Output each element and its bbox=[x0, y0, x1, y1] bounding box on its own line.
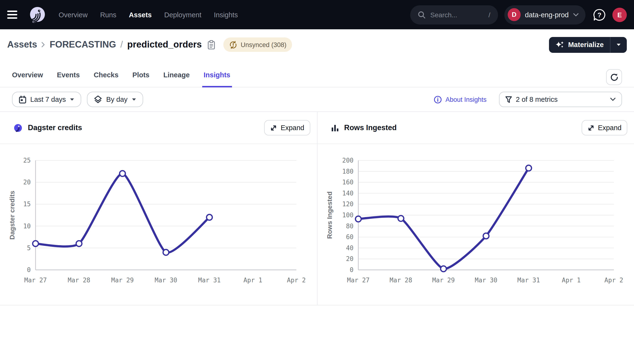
svg-text:0: 0 bbox=[350, 266, 353, 274]
nav-item-overview[interactable]: Overview bbox=[58, 11, 88, 18]
chart-panel-dagster-credits: Dagster credits Expand 0510152025Mar 27M… bbox=[0, 112, 317, 305]
granularity-label: By day bbox=[106, 96, 128, 103]
materialize-split-button: Materialize bbox=[549, 37, 627, 52]
chart-title: Rows Ingested bbox=[344, 124, 397, 132]
tab-plots[interactable]: Plots bbox=[132, 71, 149, 87]
svg-text:5: 5 bbox=[27, 244, 31, 252]
funnel-icon bbox=[505, 96, 512, 103]
expand-label: Expand bbox=[598, 124, 622, 132]
svg-text:Mar 28: Mar 28 bbox=[68, 276, 90, 284]
svg-text:15: 15 bbox=[23, 200, 31, 208]
layers-icon bbox=[94, 95, 102, 104]
svg-text:100: 100 bbox=[342, 212, 353, 219]
svg-text:Mar 29: Mar 29 bbox=[432, 276, 454, 284]
svg-text:200: 200 bbox=[342, 157, 353, 164]
search-placeholder: Search... bbox=[430, 11, 457, 18]
search-input[interactable]: Search... / bbox=[410, 5, 498, 24]
calendar-icon bbox=[19, 95, 26, 104]
svg-text:0: 0 bbox=[27, 266, 31, 274]
chart-title: Dagster credits bbox=[28, 124, 82, 132]
clipboard-icon[interactable] bbox=[207, 40, 216, 50]
chart-header: Dagster credits Expand bbox=[0, 112, 317, 144]
refresh-icon bbox=[610, 73, 618, 82]
svg-text:Mar 30: Mar 30 bbox=[155, 276, 177, 284]
asset-tabs-row: Overview Events Checks Plots Lineage Ins… bbox=[0, 60, 634, 88]
chart-header: Rows Ingested Expand bbox=[317, 112, 634, 144]
svg-text:80: 80 bbox=[346, 222, 353, 230]
svg-text:160: 160 bbox=[342, 179, 353, 186]
tab-lineage[interactable]: Lineage bbox=[163, 71, 190, 87]
chevron-down-icon bbox=[610, 98, 616, 101]
svg-text:Mar 30: Mar 30 bbox=[474, 276, 497, 284]
deployment-switcher[interactable]: D data-eng-prod bbox=[504, 5, 586, 24]
tab-events[interactable]: Events bbox=[57, 71, 80, 87]
asset-header: Assets FORECASTING / predicted_orders bbox=[0, 29, 634, 60]
deployment-badge: D bbox=[508, 8, 521, 21]
svg-text:Apr 1: Apr 1 bbox=[562, 276, 580, 284]
line-chart-rows-ingested[interactable]: 020406080100120140160180200Mar 27Mar 28M… bbox=[317, 144, 634, 305]
info-icon bbox=[434, 95, 442, 104]
asset-name: predicted_orders bbox=[127, 40, 202, 50]
svg-text:?: ? bbox=[598, 11, 602, 18]
expand-button[interactable]: Expand bbox=[264, 120, 310, 136]
date-range-filter[interactable]: Last 7 days bbox=[12, 92, 81, 107]
materialize-button[interactable]: Materialize bbox=[549, 37, 610, 52]
svg-text:Apr 1: Apr 1 bbox=[244, 276, 262, 284]
dagster-logo-icon[interactable] bbox=[28, 5, 47, 24]
deployment-name: data-eng-prod bbox=[525, 11, 569, 18]
nav-item-insights[interactable]: Insights bbox=[214, 11, 238, 18]
expand-arrows-icon bbox=[270, 124, 278, 131]
caret-down-icon bbox=[616, 43, 621, 46]
svg-text:Apr 2: Apr 2 bbox=[287, 276, 306, 284]
expand-button[interactable]: Expand bbox=[582, 120, 627, 136]
sparkles-icon bbox=[555, 40, 564, 49]
svg-text:Mar 27: Mar 27 bbox=[347, 276, 369, 284]
svg-text:Mar 31: Mar 31 bbox=[517, 276, 540, 284]
search-icon bbox=[418, 11, 426, 18]
nav-item-deployment[interactable]: Deployment bbox=[164, 11, 202, 18]
svg-text:40: 40 bbox=[346, 244, 353, 252]
breadcrumb-group-link[interactable]: FORECASTING bbox=[50, 40, 116, 50]
unsynced-status-badge[interactable]: Unsynced (308) bbox=[223, 38, 292, 52]
expand-arrows-icon bbox=[588, 124, 594, 131]
dagster-logo-icon bbox=[14, 123, 22, 132]
expand-label: Expand bbox=[281, 124, 304, 132]
help-icon[interactable]: ? bbox=[593, 8, 606, 21]
svg-text:20: 20 bbox=[23, 179, 31, 186]
user-avatar[interactable]: E bbox=[612, 8, 627, 22]
svg-text:25: 25 bbox=[23, 157, 31, 164]
hamburger-menu-icon[interactable] bbox=[7, 8, 22, 22]
search-shortcut-hint: / bbox=[488, 11, 490, 18]
metrics-select[interactable]: 2 of 8 metrics bbox=[499, 92, 622, 107]
svg-text:140: 140 bbox=[342, 190, 353, 197]
breadcrumb-assets-link[interactable]: Assets bbox=[7, 40, 37, 50]
chart-panel-rows-ingested: Rows Ingested Expand 0204060801001201401… bbox=[317, 112, 634, 305]
granularity-filter[interactable]: By day bbox=[87, 92, 143, 107]
materialize-dropdown-button[interactable] bbox=[610, 37, 627, 52]
unsynced-label: Unsynced (308) bbox=[241, 41, 286, 48]
caret-down-icon bbox=[131, 98, 136, 101]
refresh-button[interactable] bbox=[606, 69, 622, 85]
tab-checks[interactable]: Checks bbox=[94, 71, 118, 87]
nav-item-runs[interactable]: Runs bbox=[100, 11, 116, 18]
nav-item-assets[interactable]: Assets bbox=[129, 11, 152, 18]
svg-text:Mar 29: Mar 29 bbox=[111, 276, 134, 284]
about-insights-link[interactable]: About Insights bbox=[434, 95, 486, 104]
app-root: Overview Runs Assets Deployment Insights… bbox=[0, 0, 634, 364]
top-nav: Overview Runs Assets Deployment Insights… bbox=[0, 0, 634, 29]
svg-text:Mar 31: Mar 31 bbox=[198, 276, 221, 284]
tab-insights[interactable]: Insights bbox=[204, 71, 230, 87]
breadcrumb-separator: / bbox=[120, 40, 123, 50]
materialize-label: Materialize bbox=[568, 41, 604, 48]
tab-overview[interactable]: Overview bbox=[12, 71, 43, 87]
svg-text:Mar 28: Mar 28 bbox=[389, 276, 412, 284]
svg-text:120: 120 bbox=[342, 200, 353, 208]
line-chart-dagster-credits[interactable]: 0510152025Mar 27Mar 28Mar 29Mar 30Mar 31… bbox=[0, 144, 317, 305]
date-range-label: Last 7 days bbox=[30, 96, 66, 103]
breadcrumb: Assets FORECASTING / predicted_orders bbox=[7, 40, 216, 50]
sync-alert-icon bbox=[229, 40, 237, 49]
svg-text:Apr 2: Apr 2 bbox=[604, 276, 623, 284]
caret-down-icon bbox=[70, 98, 74, 101]
svg-text:Dagster credits: Dagster credits bbox=[8, 191, 16, 240]
metrics-selected-label: 2 of 8 metrics bbox=[516, 96, 558, 103]
